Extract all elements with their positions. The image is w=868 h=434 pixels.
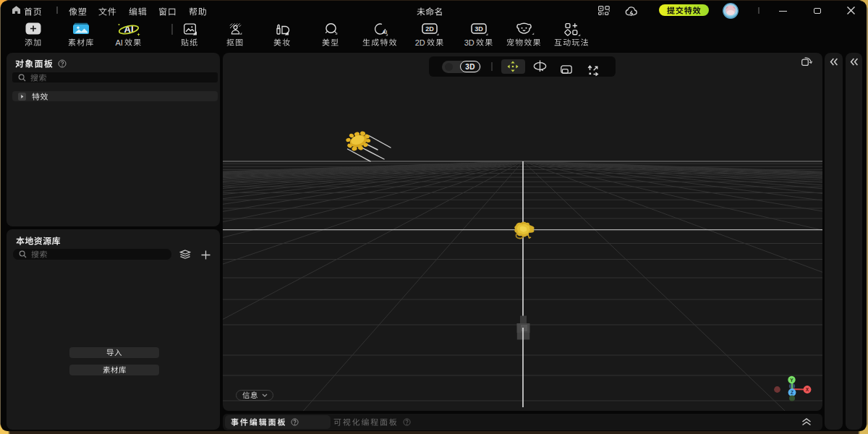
svg-text:Z: Z bbox=[791, 390, 793, 395]
svg-text:2D: 2D bbox=[425, 25, 434, 33]
svg-text:X: X bbox=[806, 387, 809, 392]
svg-text:3D: 3D bbox=[475, 25, 483, 33]
svg-text:Y: Y bbox=[790, 378, 793, 383]
svg-text:AI: AI bbox=[382, 30, 387, 35]
